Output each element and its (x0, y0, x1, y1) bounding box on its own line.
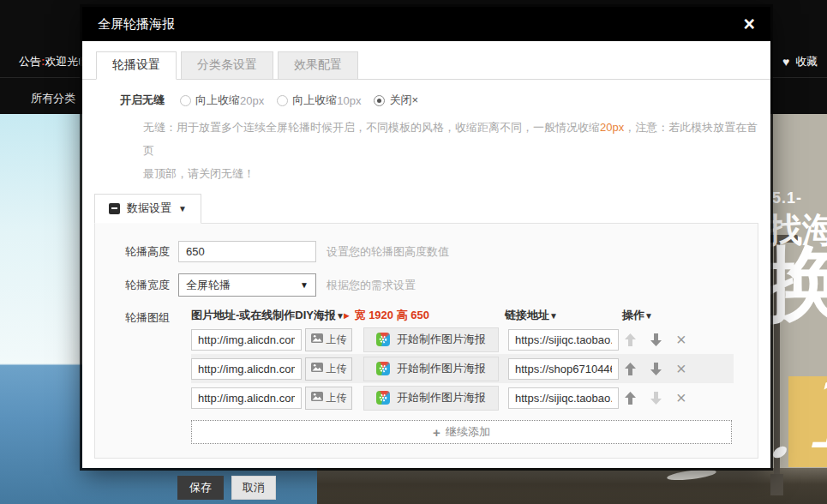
link-url-input[interactable] (508, 329, 619, 351)
upload-label: 上传 (327, 391, 347, 405)
column-image-url[interactable]: 图片地址-或在线制作DIY海报▼ (191, 308, 345, 323)
make-poster-button[interactable]: 开始制作图片海报 (363, 386, 499, 411)
move-down-button[interactable] (650, 333, 662, 346)
move-down-button[interactable] (650, 363, 662, 375)
carousel-image-row: 上传 开始制作图片海报 × (191, 383, 734, 412)
image-upload-icon (311, 363, 323, 375)
row-actions: × (625, 360, 686, 377)
recommended-size-text: ► 宽 1920 高 650 (342, 308, 429, 323)
image-url-input[interactable] (191, 329, 302, 351)
plus-icon: + (433, 425, 440, 440)
banner-date-text: 5.1- (772, 189, 802, 207)
banner-gold-box: 1 (788, 376, 827, 467)
radio-icon (374, 95, 385, 106)
select-value: 全屏轮播 (186, 278, 231, 293)
make-poster-label: 开始制作图片海报 (397, 361, 486, 376)
carousel-width-hint: 根据您的需求设置 (327, 278, 416, 293)
link-url-input[interactable] (508, 358, 619, 380)
image-url-input[interactable] (191, 387, 302, 409)
row-actions: × (625, 389, 686, 406)
seamless-setting-row: 开启无缝 向上收缩20px 向上收缩10px 关闭× (120, 93, 770, 108)
upload-label: 上传 (327, 362, 347, 376)
chevron-down-icon: ▼ (644, 311, 653, 321)
announcement-prefix: 公告 (19, 55, 41, 68)
move-up-button[interactable] (625, 333, 636, 346)
carousel-poster-dialog: 全屏轮播海报 × 轮播设置 分类条设置 效果配置 开启无缝 向上收缩20px 向… (82, 7, 770, 468)
make-poster-button[interactable]: 开始制作图片海报 (363, 327, 499, 352)
link-url-input[interactable] (508, 387, 619, 409)
carousel-image-group: 轮播图组 图片地址-或在线制作DIY海报▼ ► 宽 1920 高 650 链接地… (95, 308, 758, 444)
poster-maker-icon (376, 391, 390, 405)
carousel-group-label: 轮播图组 (95, 308, 178, 444)
size-arrow-icon: ► (342, 310, 351, 321)
cancel-button[interactable]: 取消 (231, 476, 276, 500)
select-caret-icon: ▼ (300, 280, 309, 290)
data-settings-panel: 轮播高度 设置您的轮播图高度数值 轮播宽度 全屏轮播 ▼ 根据您的需求设置 轮播… (94, 223, 758, 459)
radio-suffix: 20px (240, 94, 264, 107)
image-url-input[interactable] (191, 358, 302, 380)
row-actions: × (625, 331, 686, 348)
radio-shrink-20px[interactable]: 向上收缩20px (180, 93, 264, 108)
carousel-width-select[interactable]: 全屏轮播 ▼ (178, 273, 316, 297)
move-down-button[interactable] (650, 392, 662, 405)
banner-headline-2: 换 (764, 243, 827, 325)
save-button[interactable]: 保存 (177, 476, 224, 500)
chevron-down-icon: ▼ (178, 204, 187, 213)
dialog-title: 全屏轮播海报 (98, 16, 175, 33)
carousel-height-input[interactable] (178, 241, 316, 262)
data-settings-section: 数据设置 ▼ 轮播高度 设置您的轮播图高度数值 轮播宽度 全屏轮播 ▼ 根据您的… (94, 194, 758, 459)
help-line-1: 无缝：用于放置多个连续全屏轮播时候开启，不同模板的风格，收缩距离不同，一般情况收… (143, 116, 762, 162)
make-poster-label: 开始制作图片海报 (397, 332, 486, 347)
favorite-link[interactable]: ♥ 收藏 (782, 54, 818, 69)
radio-icon (180, 95, 191, 106)
tab-carousel-settings[interactable]: 轮播设置 (96, 51, 177, 80)
radio-label: 向上收缩 (195, 93, 240, 108)
screen: 公告:欢迎光临 所有分类 ♥ 收藏 5.1- 找海 换 1 全屏轮播海报 × 轮… (0, 0, 827, 504)
move-up-button[interactable] (625, 392, 636, 405)
data-settings-header[interactable]: 数据设置 ▼ (94, 194, 201, 224)
delete-row-button[interactable]: × (676, 331, 686, 348)
carousel-group-content: 图片地址-或在线制作DIY海报▼ ► 宽 1920 高 650 链接地址▼ 操作… (191, 308, 734, 444)
seamless-help-text: 无缝：用于放置多个连续全屏轮播时候开启，不同模板的风格，收缩距离不同，一般情况收… (143, 116, 762, 185)
data-settings-label: 数据设置 (127, 201, 171, 216)
make-poster-label: 开始制作图片海报 (397, 390, 486, 405)
upload-button[interactable]: 上传 (305, 357, 352, 381)
announcement-text: 公告:欢迎光临 (19, 54, 89, 69)
column-actions[interactable]: 操作▼ (622, 308, 653, 323)
help-highlight: 20px (600, 121, 624, 134)
dialog-footer: 保存 取消 (177, 476, 770, 500)
move-up-button[interactable] (625, 363, 636, 375)
radio-close-seamless[interactable]: 关闭× (374, 93, 418, 108)
delete-row-button[interactable]: × (676, 389, 686, 406)
dialog-tabbar: 轮播设置 分类条设置 效果配置 (82, 51, 770, 80)
radio-label: 向上收缩 (292, 93, 337, 108)
collapse-minus-icon (109, 203, 120, 214)
upload-button[interactable]: 上传 (305, 328, 352, 351)
close-icon[interactable]: × (744, 15, 755, 34)
carousel-image-row: 上传 开始制作图片海报 × (191, 325, 734, 354)
add-more-button[interactable]: + 继续添加 (191, 420, 732, 444)
delete-row-button[interactable]: × (676, 360, 686, 377)
radio-suffix: 10px (337, 94, 361, 107)
carousel-width-row: 轮播宽度 全屏轮播 ▼ 根据您的需求设置 (95, 273, 758, 297)
carousel-image-row: 上传 开始制作图片海报 × (191, 354, 734, 383)
radio-icon (277, 95, 288, 106)
radio-shrink-10px[interactable]: 向上收缩10px (277, 93, 361, 108)
make-poster-button[interactable]: 开始制作图片海报 (363, 357, 499, 381)
dialog-titlebar: 全屏轮播海报 × (82, 7, 770, 41)
column-link-url[interactable]: 链接地址▼ (505, 308, 558, 323)
image-upload-icon (311, 333, 323, 345)
tab-effect-config[interactable]: 效果配置 (278, 51, 358, 80)
poster-maker-icon (376, 362, 390, 375)
help-line-2: 最顶部，请关闭无缝！ (143, 162, 762, 185)
nav-all-categories[interactable]: 所有分类 (31, 91, 75, 106)
tab-categorybar-settings[interactable]: 分类条设置 (181, 51, 273, 80)
image-upload-icon (311, 392, 323, 404)
carousel-height-hint: 设置您的轮播图高度数值 (327, 244, 449, 260)
carousel-height-label: 轮播高度 (95, 244, 178, 260)
banner-big-number: 1 (797, 361, 827, 464)
upload-label: 上传 (327, 333, 347, 347)
upload-button[interactable]: 上传 (305, 387, 352, 410)
seamless-label: 开启无缝 (120, 93, 165, 108)
radio-label: 关闭× (389, 93, 418, 108)
